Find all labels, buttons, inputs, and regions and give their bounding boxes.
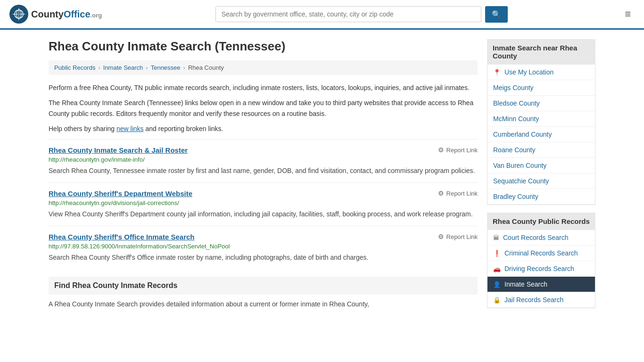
- report-link-0[interactable]: ⚙ Report Link: [438, 146, 478, 154]
- description-1: Perform a free Rhea County, TN public in…: [49, 82, 478, 93]
- sidebar-item-bradley[interactable]: Bradley County: [487, 189, 595, 205]
- sidebar-use-location[interactable]: 📍 Use My Location: [487, 65, 595, 80]
- jail-records-link[interactable]: Jail Records Search: [504, 296, 563, 304]
- find-section-desc: A Rhea County Inmate Search provides det…: [49, 299, 478, 309]
- svg-point-5: [18, 13, 20, 15]
- new-links-link[interactable]: new links: [116, 125, 144, 132]
- report-label-2: Report Link: [446, 233, 478, 240]
- link-url-2: http://97.89.58.126:9000/InmateInformati…: [49, 243, 478, 250]
- link-desc-1: View Rhea County Sheriff's Department co…: [49, 209, 478, 219]
- list-item: Rhea County Inmate Search & Jail Roster …: [49, 139, 478, 182]
- sidebar-nearby-list: 📍 Use My Location Meigs County Bledsoe C…: [487, 65, 595, 205]
- link-title-2[interactable]: Rhea County Sheriff's Office Inmate Sear…: [49, 233, 194, 241]
- menu-button[interactable]: ≡: [621, 6, 635, 22]
- inmate-icon: 👤: [493, 281, 501, 288]
- content-area: Rhea County Inmate Search (Tennessee) Pu…: [49, 39, 478, 316]
- criminal-icon: ❗: [493, 250, 501, 257]
- criminal-records-link[interactable]: Criminal Records Search: [504, 249, 578, 257]
- search-button[interactable]: 🔍: [485, 6, 508, 23]
- sidebar-item-criminal-records[interactable]: ❗ Criminal Records Search: [487, 246, 595, 261]
- sidebar-item-mcminn[interactable]: McMinn County: [487, 111, 595, 127]
- sidebar: Inmate Search near Rhea County 📍 Use My …: [487, 39, 595, 316]
- sidebar-item-inmate-search[interactable]: 👤 Inmate Search: [487, 277, 595, 292]
- driving-records-link[interactable]: Driving Records Search: [504, 265, 574, 272]
- sidebar-item-jail-records[interactable]: 🔒 Jail Records Search: [487, 292, 595, 308]
- bradley-county-link[interactable]: Bradley County: [493, 193, 538, 200]
- bledsoe-county-link[interactable]: Bledsoe County: [493, 99, 540, 107]
- search-input[interactable]: [215, 6, 481, 22]
- sidebar-item-driving-records[interactable]: 🚗 Driving Records Search: [487, 261, 595, 277]
- sidebar-item-roane[interactable]: Roane County: [487, 142, 595, 158]
- use-location-link[interactable]: Use My Location: [504, 68, 553, 76]
- court-records-link[interactable]: Court Records Search: [503, 234, 569, 241]
- search-area: 🔍: [215, 6, 508, 23]
- vanburen-county-link[interactable]: Van Buren County: [493, 162, 546, 169]
- report-label-1: Report Link: [446, 190, 478, 197]
- report-label-0: Report Link: [446, 147, 478, 154]
- sidebar-item-cumberland[interactable]: Cumberland County: [487, 127, 595, 142]
- roane-county-link[interactable]: Roane County: [493, 146, 536, 154]
- breadcrumb-inmate-search[interactable]: Inmate Search: [103, 64, 143, 71]
- description-3-prefix: Help others by sharing: [49, 125, 116, 132]
- link-url-0: http://rheacountytn.gov/inmate-info/: [49, 156, 478, 163]
- link-desc-2: Search Rhea County Sheriff's Office inma…: [49, 253, 478, 263]
- sidebar-item-court-records[interactable]: 🏛 Court Records Search: [487, 230, 595, 246]
- description-3-suffix: and reporting broken links.: [144, 125, 223, 132]
- court-icon: 🏛: [493, 234, 499, 241]
- link-title-1[interactable]: Rhea County Sheriff's Department Website: [49, 189, 192, 197]
- report-icon-1: ⚙: [438, 189, 444, 197]
- breadcrumb: Public Records › Inmate Search › Tenness…: [49, 60, 478, 75]
- sidebar-item-meigs[interactable]: Meigs County: [487, 80, 595, 96]
- report-link-1[interactable]: ⚙ Report Link: [438, 189, 478, 197]
- breadcrumb-sep-2: ›: [146, 64, 148, 71]
- find-section-heading: Find Rhea County Inmate Records: [49, 277, 478, 295]
- report-icon-2: ⚙: [438, 233, 444, 240]
- link-desc-0: Search Rhea County, Tennessee inmate ros…: [49, 166, 478, 176]
- sidebar-item-bledsoe[interactable]: Bledsoe County: [487, 96, 595, 111]
- sidebar-records-title: Rhea County Public Records: [487, 213, 595, 230]
- header: CountyOffice.org 🔍 ≡: [0, 0, 644, 30]
- page-title: Rhea County Inmate Search (Tennessee): [49, 39, 478, 54]
- cumberland-county-link[interactable]: Cumberland County: [493, 131, 552, 138]
- location-icon: 📍: [493, 69, 501, 76]
- inmate-search-link[interactable]: Inmate Search: [504, 280, 547, 288]
- links-container: Rhea County Inmate Search & Jail Roster …: [49, 139, 478, 269]
- sidebar-nearby-title: Inmate Search near Rhea County: [487, 39, 595, 65]
- logo-text: CountyOffice.org: [31, 9, 102, 20]
- logo-icon: [9, 5, 28, 24]
- description-2: The Rhea County Inmate Search (Tennessee…: [49, 98, 478, 119]
- mcminn-county-link[interactable]: McMinn County: [493, 115, 539, 123]
- meigs-county-link[interactable]: Meigs County: [493, 84, 534, 91]
- report-link-2[interactable]: ⚙ Report Link: [438, 233, 478, 240]
- breadcrumb-tennessee[interactable]: Tennessee: [151, 64, 181, 71]
- list-item: Rhea County Sheriff's Office Inmate Sear…: [49, 226, 478, 269]
- driving-icon: 🚗: [493, 265, 501, 272]
- sidebar-records-list: 🏛 Court Records Search ❗ Criminal Record…: [487, 230, 595, 308]
- description-3: Help others by sharing new links and rep…: [49, 123, 478, 134]
- breadcrumb-public-records[interactable]: Public Records: [54, 64, 95, 71]
- report-icon-0: ⚙: [438, 146, 444, 154]
- logo-area: CountyOffice.org: [9, 5, 102, 24]
- main-container: Rhea County Inmate Search (Tennessee) Pu…: [39, 30, 605, 325]
- sidebar-item-vanburen[interactable]: Van Buren County: [487, 158, 595, 173]
- sequatchie-county-link[interactable]: Sequatchie County: [493, 177, 549, 185]
- breadcrumb-current: Rhea County: [188, 64, 224, 71]
- jail-icon: 🔒: [493, 296, 501, 304]
- breadcrumb-sep-1: ›: [98, 64, 100, 71]
- link-title-0[interactable]: Rhea County Inmate Search & Jail Roster: [49, 146, 188, 154]
- breadcrumb-sep-3: ›: [183, 64, 185, 71]
- list-item: Rhea County Sheriff's Department Website…: [49, 182, 478, 226]
- link-url-1: http://rheacountytn.gov/divisions/jail-c…: [49, 199, 478, 206]
- sidebar-item-sequatchie[interactable]: Sequatchie County: [487, 173, 595, 189]
